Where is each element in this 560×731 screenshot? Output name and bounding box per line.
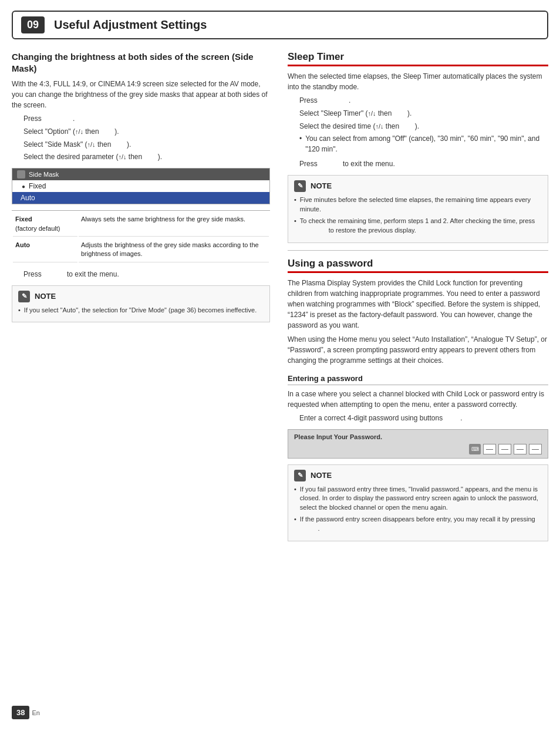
password-heading: Using a password	[288, 258, 548, 273]
page-lang: En	[32, 709, 39, 716]
password-fields: ⌨ — — — —	[294, 444, 542, 454]
chapter-number: 09	[21, 16, 45, 33]
step-1-label: Press .	[23, 114, 75, 124]
sleep-note-icon: ✎	[294, 180, 306, 192]
password-note-item-2: If the password entry screen disappears …	[294, 515, 542, 534]
param-table: Fixed(factory default) Always sets the s…	[12, 210, 270, 264]
step-3-label: Select "Side Mask" (↑/↓ then ).	[23, 140, 131, 150]
sleep-press-exit-text: Press to exit the menu.	[299, 159, 395, 169]
param-row-fixed: Fixed(factory default) Always sets the s…	[13, 212, 269, 237]
password-note-item-1-text: If you fail password entry three times, …	[300, 485, 542, 513]
page-footer: 38 En	[12, 706, 40, 719]
left-intro-text: With the 4:3, FULL 14:9, or CINEMA 14:9 …	[12, 79, 270, 110]
left-column: Changing the brightness at both sides of…	[12, 51, 270, 547]
step-4-label: Select the desired parameter (↑/↓ then )…	[23, 152, 162, 162]
step-1: Press .	[23, 114, 270, 124]
password-note-label: NOTE	[311, 471, 332, 480]
left-note-label: NOTE	[35, 292, 56, 301]
step-4: Select the desired parameter (↑/↓ then )…	[23, 152, 270, 162]
password-note-header: ✎ NOTE	[294, 470, 542, 481]
password-keyboard-icon: ⌨	[469, 444, 481, 454]
menu-item-fixed: Fixed	[12, 180, 269, 192]
entering-password-subheading: Entering a password	[288, 374, 548, 385]
password-note-item-1: If you fail password entry three times, …	[294, 485, 542, 513]
sleep-step-1: Press .	[299, 96, 548, 106]
sleep-step-2: Select "Sleep Timer" (↑/↓ then ).	[299, 109, 548, 119]
password-step-1-text: Enter a correct 4-digit password using b…	[299, 413, 462, 423]
sleep-press-exit: Press to exit the menu.	[299, 159, 548, 169]
sleep-bullet: You can select from among "Off" (cancel)…	[299, 134, 548, 154]
entering-intro: In a case where you select a channel blo…	[288, 389, 548, 410]
sleep-note-item-2: To check the remaining time, perform ste…	[294, 217, 542, 235]
page-header: 09 Useful Adjustment Settings	[12, 11, 548, 39]
sleep-step-1-text: Press .	[299, 96, 350, 106]
left-note-box: ✎ NOTE If you select "Auto", the selecti…	[12, 285, 270, 323]
param-fixed-name: Fixed(factory default)	[13, 212, 77, 237]
menu-title-label: Side Mask	[29, 171, 59, 178]
sleep-note-label: NOTE	[311, 181, 332, 190]
password-field-2: —	[498, 444, 511, 454]
left-press-exit: Press to exit the menu.	[23, 270, 270, 279]
password-para2: When using the Home menu you select “Aut…	[288, 334, 548, 366]
sleep-note-box: ✎ NOTE Five minutes before the selected …	[288, 175, 548, 243]
left-note-header: ✎ NOTE	[18, 291, 264, 302]
menu-icon	[17, 170, 25, 178]
side-mask-menu: Side Mask Fixed Auto	[12, 168, 270, 204]
sleep-note-header: ✎ NOTE	[294, 180, 542, 192]
password-note-icon: ✎	[294, 470, 306, 481]
password-note-item-2-text: If the password entry screen disappears …	[300, 515, 542, 534]
password-prompt-text: Please Input Your Password.	[294, 433, 542, 440]
right-column: Sleep Timer When the selected time elaps…	[288, 51, 548, 547]
param-auto-name: Auto	[13, 238, 77, 262]
step-2: Select "Option" (↑/↓ then ).	[23, 127, 270, 137]
password-note-box: ✎ NOTE If you fail password entry three …	[288, 464, 548, 542]
menu-item-fixed-label: Fixed	[29, 182, 46, 190]
divider-1	[288, 250, 548, 251]
step-2-label: Select "Option" (↑/↓ then ).	[23, 127, 119, 137]
password-input-box: Please Input Your Password. ⌨ — — — —	[288, 429, 548, 459]
password-field-3: —	[514, 444, 527, 454]
sleep-timer-heading: Sleep Timer	[288, 51, 548, 66]
param-row-auto: Auto Adjusts the brightness of the grey …	[13, 238, 269, 262]
menu-item-auto: Auto	[12, 192, 269, 204]
menu-title: Side Mask	[12, 169, 269, 180]
sleep-step-2-text: Select "Sleep Timer" (↑/↓ then ).	[299, 109, 411, 119]
sleep-step-3-text: Select the desired time (↑/↓ then ).	[299, 122, 419, 132]
password-field-4: —	[529, 444, 542, 454]
sleep-note-item-2-text: To check the remaining time, perform ste…	[300, 217, 542, 235]
sleep-step-3: Select the desired time (↑/↓ then ).	[299, 122, 548, 132]
password-field-1: —	[483, 444, 496, 454]
left-note-item-1: If you select "Auto", the selection for …	[18, 306, 264, 315]
sleep-timer-intro: When the selected time elapses, the Slee…	[288, 71, 548, 92]
note-icon: ✎	[18, 291, 30, 302]
sleep-note-item-1-text: Five minutes before the selected time el…	[300, 196, 542, 214]
step-3: Select "Side Mask" (↑/↓ then ).	[23, 140, 270, 150]
password-step-1: Enter a correct 4-digit password using b…	[299, 413, 548, 423]
left-press-exit-text: Press to exit the menu.	[23, 270, 119, 279]
page-title: Useful Adjustment Settings	[54, 18, 207, 32]
content-area: Changing the brightness at both sides of…	[12, 51, 548, 547]
sleep-note-item-1: Five minutes before the selected time el…	[294, 196, 542, 214]
param-auto-desc: Adjusts the brightness of the grey side …	[79, 238, 269, 262]
page-number: 38	[12, 706, 29, 719]
param-fixed-desc: Always sets the same brightness for the …	[79, 212, 269, 237]
password-intro: The Plasma Display System provides the C…	[288, 278, 548, 331]
left-section-heading: Changing the brightness at both sides of…	[12, 51, 270, 74]
sleep-bullet-text: You can select from among "Off" (cancel)…	[305, 134, 548, 154]
menu-item-auto-label: Auto	[21, 194, 35, 202]
left-note-item-1-text: If you select "Auto", the selection for …	[24, 306, 257, 315]
